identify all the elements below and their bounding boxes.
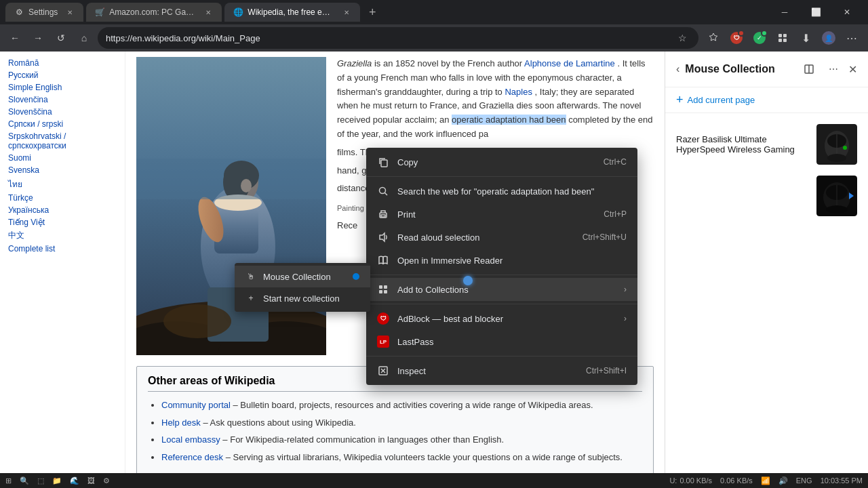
inspect-icon xyxy=(377,365,389,377)
context-menu-collections[interactable]: Add to Collections › xyxy=(366,278,637,301)
copy-shortcut: Ctrl+C xyxy=(604,157,627,167)
collections-context-label: Add to Collections xyxy=(397,285,613,295)
print-shortcut: Ctrl+P xyxy=(604,209,627,219)
svg-rect-38 xyxy=(381,215,385,217)
context-menu: Copy Ctrl+C Search the web for "operatic… xyxy=(366,148,637,385)
context-menu-lastpass[interactable]: LP LastPass xyxy=(366,330,637,353)
book-icon xyxy=(377,254,389,266)
svg-rect-40 xyxy=(379,285,382,289)
collection-selected-badge xyxy=(353,273,359,280)
context-menu-section-1: Copy Ctrl+C xyxy=(366,148,637,177)
cursor-dot xyxy=(463,276,473,285)
context-menu-print[interactable]: Print Ctrl+P xyxy=(366,203,637,226)
context-menu-section-5: Inspect Ctrl+Shift+I xyxy=(366,357,637,385)
adblock-arrow-icon: › xyxy=(624,314,627,323)
svg-point-35 xyxy=(380,188,386,194)
speaker-context-icon xyxy=(377,231,389,243)
read-aloud-label: Read aloud selection xyxy=(397,232,574,243)
inspect-label: Inspect xyxy=(397,366,578,376)
lastpass-label: LastPass xyxy=(397,337,627,347)
adblock-context-icon: 🛡 xyxy=(377,312,389,325)
context-menu-section-2: Search the web for "operatic adaptation … xyxy=(366,177,637,275)
svg-rect-34 xyxy=(381,160,387,167)
new-collection-icon: + xyxy=(245,293,256,304)
context-menu-read-aloud[interactable]: Read aloud selection Ctrl+Shift+U xyxy=(366,226,637,249)
svg-rect-43 xyxy=(384,290,387,293)
mouse-collection-label: Mouse Collection xyxy=(263,272,331,282)
context-menu-copy[interactable]: Copy Ctrl+C xyxy=(366,150,637,174)
collection-submenu: 🖱 Mouse Collection + Start new collectio… xyxy=(235,263,370,312)
copy-icon xyxy=(377,156,389,168)
svg-marker-39 xyxy=(380,233,384,241)
adblock-label: AdBlock — best ad blocker xyxy=(397,314,613,324)
read-aloud-shortcut: Ctrl+Shift+U xyxy=(583,232,627,242)
collection-submenu-new[interactable]: + Start new collection xyxy=(235,287,370,309)
lastpass-context-icon: LP xyxy=(377,336,389,348)
new-collection-label: Start new collection xyxy=(263,293,340,304)
print-label: Print xyxy=(397,209,595,220)
svg-rect-41 xyxy=(384,285,387,289)
search-label: Search the web for "operatic adaptation … xyxy=(397,186,627,197)
collections-context-icon xyxy=(377,283,389,296)
context-menu-inspect[interactable]: Inspect Ctrl+Shift+I xyxy=(366,359,637,382)
svg-rect-42 xyxy=(379,290,382,293)
immersive-label: Open in Immersive Reader xyxy=(397,256,627,266)
svg-line-36 xyxy=(385,193,388,196)
context-menu-search[interactable]: Search the web for "operatic adaptation … xyxy=(366,180,637,203)
copy-label: Copy xyxy=(397,157,595,167)
collections-arrow-icon: › xyxy=(624,285,627,294)
search-context-icon xyxy=(377,185,389,197)
collection-submenu-mouse[interactable]: 🖱 Mouse Collection xyxy=(235,266,370,287)
context-menu-immersive[interactable]: Open in Immersive Reader xyxy=(366,249,637,272)
context-menu-adblock[interactable]: 🛡 AdBlock — best ad blocker › xyxy=(366,307,637,330)
context-menu-overlay: Copy Ctrl+C Search the web for "operatic… xyxy=(0,0,868,488)
inspect-shortcut: Ctrl+Shift+I xyxy=(586,366,627,375)
context-menu-section-3: Add to Collections › xyxy=(366,275,637,304)
mouse-collection-icon: 🖱 xyxy=(245,271,256,282)
context-menu-section-4: 🛡 AdBlock — best ad blocker › LP LastPas… xyxy=(366,304,637,357)
print-icon xyxy=(377,208,389,220)
